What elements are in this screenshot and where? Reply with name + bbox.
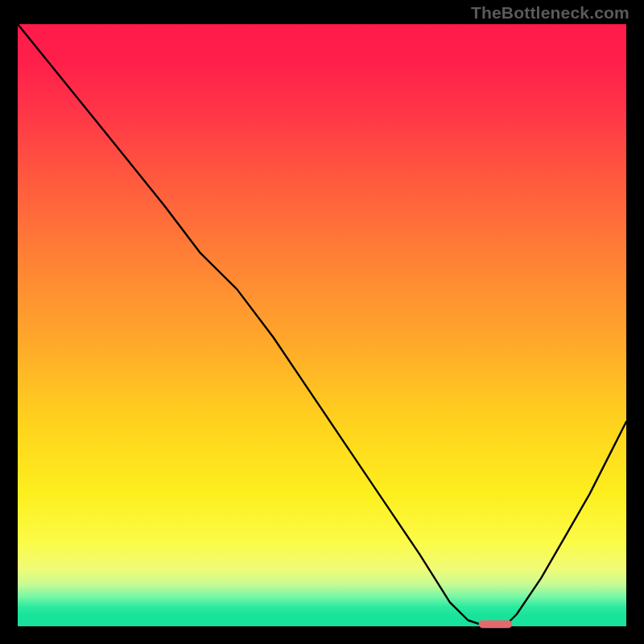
chart-frame: TheBottleneck.com <box>0 0 644 644</box>
curve-svg <box>18 24 626 626</box>
plot-area <box>18 24 626 626</box>
optimal-marker <box>479 621 513 629</box>
bottleneck-curve <box>18 24 626 626</box>
watermark-text: TheBottleneck.com <box>471 3 630 23</box>
